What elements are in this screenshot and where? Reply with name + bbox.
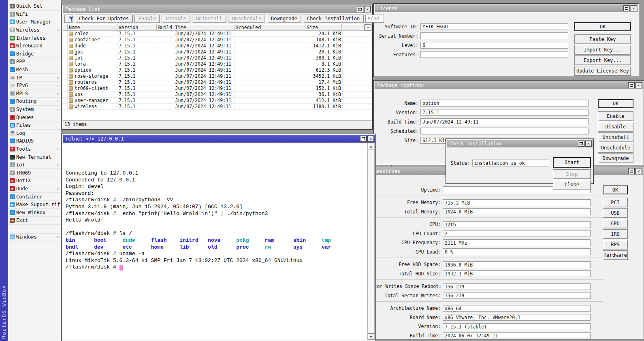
status-field[interactable]: installation is ok: [472, 160, 549, 166]
sidebar-item-tr069[interactable]: ⚙TR069: [8, 169, 61, 177]
cpu-field[interactable]: 12th: [443, 221, 591, 228]
sidebar-item-exit[interactable]: ◀Exit: [8, 217, 61, 225]
downgrade-button[interactable]: Downgrade: [267, 15, 301, 23]
column-header-name[interactable]: Name△: [68, 24, 117, 31]
sidebar-item-iot[interactable]: ☁IoT▷: [8, 161, 61, 169]
free-hdd-space-field[interactable]: 1836.8 MiB: [443, 261, 591, 268]
sidebar-item-interfaces[interactable]: ▦Interfaces: [8, 34, 61, 42]
table-row[interactable]: option7.15.1Jun/07/2024 12:49:11612.3 Ki…: [63, 67, 371, 73]
sidebar-item-radius[interactable]: ☺RADIUS: [8, 137, 61, 145]
total-hdd-size-field[interactable]: 1932.1 MiB: [443, 270, 591, 277]
telnet-titlebar[interactable]: Telnet <7> 127.0.0.1 ✕: [63, 135, 375, 143]
sidebar-item-routing[interactable]: ⇄Routing▷: [8, 98, 61, 106]
version-field[interactable]: 7.15.1: [420, 109, 589, 116]
close-button[interactable]: Close: [553, 180, 591, 190]
sidebar-item-container[interactable]: ▢Container: [8, 193, 61, 201]
sidebar-item-log[interactable]: ☰Log: [8, 130, 61, 138]
table-row[interactable]: routeros7.15.1Jun/07/2024 12:49:1117.4 M…: [63, 79, 371, 85]
sidebar-item-wireguard[interactable]: ◉WireGuard: [8, 42, 61, 50]
check-installation-titlebar[interactable]: Check Installation ✕: [447, 140, 593, 147]
name-field[interactable]: option: [420, 100, 589, 107]
architecture-name-field[interactable]: x86_64: [443, 305, 591, 312]
close-icon[interactable]: ✕: [585, 141, 592, 147]
downgrade-button[interactable]: Downgrade: [598, 153, 633, 163]
maximize-icon[interactable]: [623, 5, 630, 11]
uninstall-button[interactable]: Uninstall: [192, 15, 226, 23]
table-row[interactable]: user-manager7.15.1Jun/07/2024 12:49:1141…: [63, 98, 371, 104]
uninstall-button[interactable]: Uninstall: [598, 132, 633, 142]
sidebar-item-ip[interactable]: 255IP▷: [8, 74, 61, 82]
paste-key-button[interactable]: Paste Key: [574, 34, 631, 44]
maximize-icon[interactable]: [628, 168, 635, 174]
vertical-scrollbar[interactable]: ▲ ▼: [367, 143, 374, 340]
total-sector-writes-field[interactable]: 156 239: [443, 292, 591, 299]
table-row[interactable]: tr069-client7.15.1Jun/07/2024 12:49:1115…: [63, 85, 371, 92]
maximize-icon[interactable]: [578, 141, 584, 147]
sidebar-item-files[interactable]: ▤Files: [8, 121, 61, 130]
sidebar-item-wifi[interactable]: ψWiFi: [8, 11, 61, 19]
free-memory-field[interactable]: 715.2 MiB: [443, 199, 591, 206]
sidebar-item-make-supout-rif[interactable]: ▶Make Supout.rif: [8, 201, 61, 209]
features-field[interactable]: [420, 51, 568, 58]
disable-button[interactable]: Disable: [598, 122, 633, 132]
ok-button[interactable]: OK: [598, 99, 633, 108]
enable-button[interactable]: Enable: [598, 111, 633, 121]
column-header-build-time[interactable]: Build Time: [157, 24, 234, 31]
maximize-icon[interactable]: [360, 136, 367, 142]
update-license-key-button[interactable]: Update License Key: [574, 66, 631, 76]
sidebar-item-ppp[interactable]: ✚PPP: [8, 58, 61, 66]
ok-button[interactable]: OK: [574, 22, 631, 31]
find-input[interactable]: [365, 15, 384, 23]
cpu-count-field[interactable]: 2: [443, 230, 591, 237]
sector-writes-since-reboot-field[interactable]: 156 239: [443, 283, 591, 290]
check-installation-button[interactable]: Check Installation: [303, 15, 364, 23]
maximize-icon[interactable]: [628, 82, 635, 88]
export-key-button[interactable]: Export Key...: [574, 55, 631, 65]
sidebar-item-dude[interactable]: ◍Dude▷: [8, 185, 61, 193]
check-for-updates-button[interactable]: Check For Updates: [75, 15, 133, 23]
sidebar-item-windows[interactable]: ▭Windows▷: [8, 233, 61, 241]
software-id-field[interactable]: YFTK-EK6U: [420, 23, 568, 30]
license-titlebar[interactable]: License ✕: [375, 4, 638, 12]
sidebar-item-system[interactable]: ⚙System▷: [8, 106, 61, 114]
total-memory-field[interactable]: 1024.0 MiB: [443, 208, 591, 215]
close-icon[interactable]: ✕: [635, 82, 642, 88]
scroll-down-icon[interactable]: ▼: [368, 333, 374, 340]
sidebar-item-user-manager[interactable]: ☻User Manager: [8, 18, 61, 26]
table-row[interactable]: lora7.15.1Jun/07/2024 12:49:118.1 KiB: [63, 61, 371, 67]
column-header-version[interactable]: Version: [117, 24, 157, 31]
table-row[interactable]: container7.15.1Jun/07/2024 12:49:11108.1…: [63, 37, 371, 43]
sidebar-item-new-terminal[interactable]: >_New Terminal: [8, 153, 61, 161]
cpu-button[interactable]: CPU: [603, 219, 628, 228]
scroll-up-icon[interactable]: ▲: [368, 143, 374, 149]
terminal-output[interactable]: Connecting to 127.0.0.1Connected to 127.…: [63, 143, 367, 340]
level-field[interactable]: 6: [420, 42, 568, 49]
table-row[interactable]: wireless7.15.1Jun/07/2024 12:49:111180.1…: [63, 104, 371, 110]
unschedule-button[interactable]: Unschedule: [228, 15, 265, 23]
sidebar-item-wireless[interactable]: ΨWireless▷: [8, 26, 61, 34]
scheduled-field[interactable]: [420, 128, 589, 134]
serial-number-field[interactable]: [420, 32, 568, 39]
hardware-button[interactable]: Hardware: [603, 250, 628, 260]
pci-button[interactable]: PCI: [603, 198, 628, 207]
close-icon[interactable]: ✕: [631, 5, 637, 11]
enable-button[interactable]: Enable: [134, 15, 160, 23]
column-header-size[interactable]: Size: [305, 24, 342, 31]
table-row[interactable]: calea7.15.1Jun/07/2024 12:49:1124.1 KiB: [63, 31, 371, 37]
table-row[interactable]: dude7.15.1Jun/07/2024 12:49:111412.1 KiB: [63, 43, 371, 49]
stop-button[interactable]: Stop: [553, 169, 591, 179]
close-icon[interactable]: ✕: [364, 6, 371, 12]
board-name-field[interactable]: x86 VMware, Inc. VMware20,1: [443, 314, 591, 321]
ok-button[interactable]: OK: [603, 185, 628, 194]
close-icon[interactable]: ✕: [635, 168, 642, 174]
sidebar-item-quick-set[interactable]: ✶Quick Set: [8, 2, 61, 11]
sidebar-item-queues[interactable]: ◆Queues: [8, 113, 61, 121]
disable-button[interactable]: Disable: [162, 15, 190, 23]
column-chooser-icon[interactable]: ▼: [365, 24, 371, 31]
table-row[interactable]: gps7.15.1Jun/07/2024 12:49:1120.1 KiB: [63, 49, 371, 55]
version-field[interactable]: 7.15.1 (stable): [443, 323, 591, 330]
sidebar-item-ipv6[interactable]: v6IPv6▷: [8, 82, 61, 90]
import-key-button[interactable]: Import Key...: [574, 45, 631, 55]
sidebar-item-new-winbox[interactable]: ◎New WinBox: [8, 209, 61, 217]
close-icon[interactable]: ✕: [367, 136, 374, 142]
